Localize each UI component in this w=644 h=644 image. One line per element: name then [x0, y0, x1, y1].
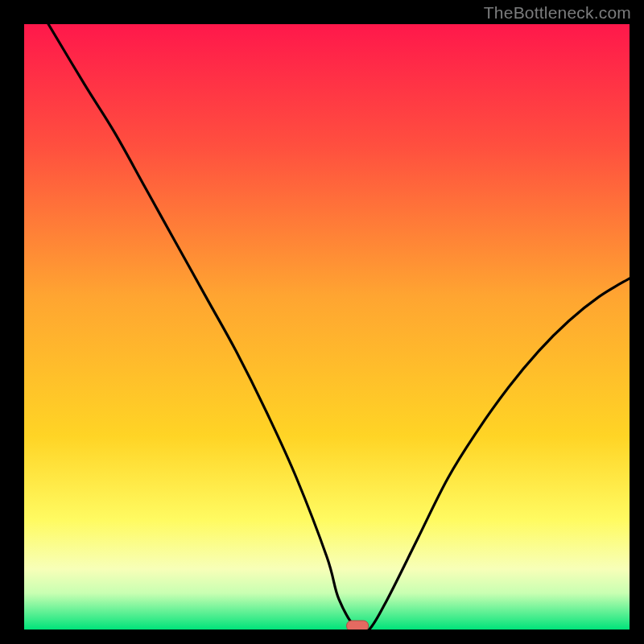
- bottleneck-chart: [24, 24, 630, 630]
- optimal-marker: [347, 621, 369, 630]
- chart-background: [24, 24, 630, 630]
- watermark-text: TheBottleneck.com: [484, 3, 631, 23]
- chart-frame: TheBottleneck.com: [0, 0, 644, 644]
